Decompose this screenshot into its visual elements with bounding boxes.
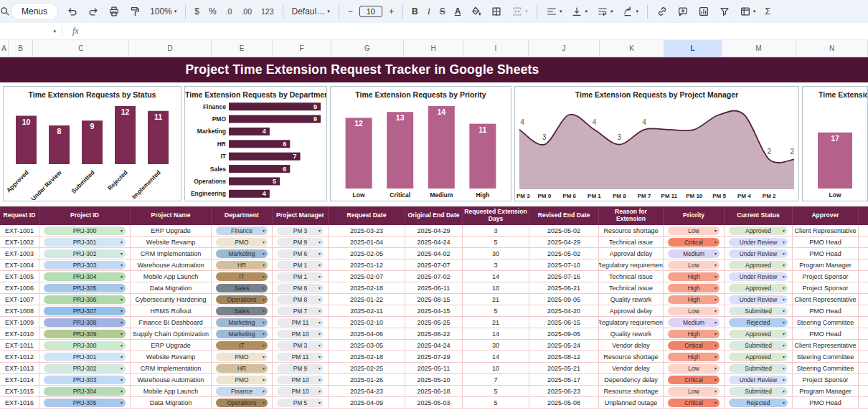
project-manager-pill[interactable]: PM 3▾ — [277, 227, 324, 235]
approver-cell[interactable]: Client Representative — [793, 340, 859, 351]
column-header-K[interactable]: K — [600, 40, 664, 57]
request-date-cell[interactable]: 2025-03-05 — [329, 340, 405, 351]
original-end-date-cell[interactable]: 2025-06-11 — [405, 282, 463, 294]
status-pill[interactable]: Rejected▾ — [729, 399, 788, 407]
project-manager-pill[interactable]: PM 5▾ — [277, 399, 324, 407]
department-pill[interactable]: Sales▾ — [216, 307, 268, 315]
priority-pill[interactable]: High▾ — [668, 272, 720, 281]
reason-cell[interactable]: Dependency delay — [599, 374, 664, 386]
project-manager-pill[interactable]: PM 11▾ — [277, 353, 324, 361]
request-date-cell[interactable]: 2025-03-23 — [329, 225, 405, 237]
extension-days-cell[interactable]: 5 — [463, 386, 529, 397]
undo-button[interactable] — [62, 4, 82, 19]
extension-days-cell[interactable]: 21 — [463, 317, 529, 328]
revised-end-date-cell[interactable]: 2025-07-10 — [529, 259, 599, 271]
status-pill[interactable]: Rejected▾ — [729, 318, 788, 327]
table-header-project-name[interactable]: Project Name — [131, 206, 212, 225]
zoom-select[interactable]: 100%▾ — [146, 5, 181, 18]
chart-by-department[interactable]: Time Extension Requests by DepartmentFin… — [184, 86, 327, 201]
reason-cell[interactable]: Resource shortage — [599, 351, 664, 363]
project-id-pill[interactable]: PRJ-304▾ — [44, 387, 126, 396]
project-manager-pill[interactable]: PM 8▾ — [277, 295, 324, 304]
extension-days-cell[interactable]: 30 — [463, 248, 529, 259]
project-name-cell[interactable]: CRM Implementation — [131, 363, 212, 374]
project-id-pill[interactable]: PRJ-301▾ — [44, 238, 126, 247]
project-id-pill[interactable]: PRJ-302▾ — [44, 249, 126, 258]
empty-cell[interactable] — [859, 237, 868, 248]
approver-cell[interactable]: Program Manager — [793, 259, 859, 271]
priority-pill[interactable]: Low▾ — [668, 387, 720, 396]
request-id-cell[interactable]: EXT-1010 — [0, 328, 39, 340]
extension-days-cell[interactable]: 21 — [463, 294, 529, 305]
reason-cell[interactable]: Regulatory requirement — [599, 259, 664, 271]
priority-pill[interactable]: High▾ — [668, 295, 720, 304]
horizontal-align-button[interactable]: ▾ — [542, 4, 567, 19]
request-id-cell[interactable]: EXT-1016 — [0, 397, 39, 409]
currency-format-button[interactable]: $ — [190, 5, 204, 18]
chart-by-priority[interactable]: Time Extension Requests by Priority12Low… — [330, 86, 511, 201]
font-size-input[interactable]: 10 — [359, 6, 382, 17]
department-pill[interactable]: Finance▾ — [216, 387, 268, 396]
project-id-pill[interactable]: PRJ-301▾ — [44, 353, 126, 361]
request-date-cell[interactable]: 2025-01-22 — [329, 294, 405, 305]
original-end-date-cell[interactable]: 2025-07-07 — [405, 259, 463, 271]
project-name-cell[interactable]: Supply Chain Optimization — [131, 328, 212, 340]
original-end-date-cell[interactable]: 2025-06-18 — [405, 386, 463, 397]
approver-cell[interactable]: Project Sponsor — [793, 374, 859, 386]
empty-cell[interactable] — [859, 282, 868, 294]
original-end-date-cell[interactable]: 2025-04-15 — [405, 305, 463, 317]
request-id-cell[interactable]: EXT-1001 — [0, 225, 39, 237]
filter-button[interactable] — [714, 4, 735, 19]
column-header-G[interactable]: G — [331, 40, 404, 57]
request-id-cell[interactable]: EXT-1014 — [0, 374, 39, 386]
priority-pill[interactable]: High▾ — [668, 353, 720, 361]
reason-cell[interactable]: Vendor delay — [599, 340, 664, 351]
revised-end-date-cell[interactable]: 2025-09-05 — [529, 328, 599, 340]
status-pill[interactable]: Approved▾ — [729, 330, 788, 338]
approver-cell[interactable]: PMO Head — [793, 328, 859, 340]
approver-cell[interactable]: PMO Head — [793, 248, 859, 259]
reason-cell[interactable]: Regulatory requirement — [599, 317, 664, 328]
original-end-date-cell[interactable]: 2025-04-02 — [405, 248, 463, 259]
extension-days-cell[interactable]: 7 — [463, 374, 529, 386]
extension-days-cell[interactable]: 3 — [463, 225, 529, 237]
approver-cell[interactable]: PMO Head — [793, 305, 859, 317]
empty-cell[interactable] — [859, 340, 868, 351]
revised-end-date-cell[interactable]: 2025-08-12 — [529, 351, 599, 363]
extension-days-cell[interactable]: 30 — [463, 340, 529, 351]
project-id-pill[interactable]: PRJ-306▾ — [44, 295, 126, 304]
extension-days-cell[interactable]: 10 — [463, 363, 529, 374]
department-pill[interactable]: Marketing▾ — [216, 318, 268, 327]
print-button[interactable] — [104, 4, 124, 19]
original-end-date-cell[interactable]: 2025-05-11 — [405, 363, 463, 374]
priority-pill[interactable]: Low▾ — [668, 227, 720, 235]
approver-cell[interactable]: Steering Committee — [793, 317, 859, 328]
project-manager-pill[interactable]: PM 10▾ — [277, 376, 324, 384]
priority-pill[interactable]: Critical▾ — [668, 376, 720, 384]
project-name-cell[interactable]: ERP Upgrade — [131, 225, 212, 237]
request-date-cell[interactable]: 2025-02-07 — [329, 271, 405, 282]
chart-partial[interactable]: Time Extension17Low — [802, 86, 868, 201]
project-id-pill[interactable]: PRJ-309▾ — [44, 330, 126, 338]
name-box[interactable]: ▾ — [0, 23, 62, 39]
project-name-cell[interactable]: Data Migration — [131, 282, 212, 294]
request-date-cell[interactable]: 2025-04-09 — [329, 397, 405, 409]
column-header-M[interactable]: M — [722, 40, 796, 57]
department-pill[interactable]: IT▾ — [216, 341, 268, 350]
revised-end-date-cell[interactable]: 2025-09-05 — [529, 294, 599, 305]
priority-pill[interactable]: Low▾ — [668, 261, 720, 270]
status-pill[interactable]: Submitted▾ — [729, 307, 788, 315]
project-name-cell[interactable]: Mobile App Launch — [131, 271, 212, 282]
empty-cell[interactable] — [859, 294, 868, 305]
chart-by-project-manager[interactable]: Time Extension Requests by Project Manag… — [514, 86, 799, 201]
priority-pill[interactable]: High▾ — [668, 330, 720, 338]
project-name-cell[interactable]: Mobile App Launch — [131, 386, 212, 397]
approver-cell[interactable]: Steering Committee — [793, 351, 859, 363]
revised-end-date-cell[interactable]: 2025-06-23 — [529, 386, 599, 397]
request-id-cell[interactable]: EXT-1005 — [0, 271, 39, 282]
project-manager-pill[interactable]: PM 9▾ — [277, 238, 324, 247]
request-date-cell[interactable]: 2025-01-12 — [329, 259, 405, 271]
original-end-date-cell[interactable]: 2025-07-29 — [405, 351, 463, 363]
original-end-date-cell[interactable]: 2025-05-10 — [405, 374, 463, 386]
table-views-button[interactable]: ▾ — [735, 4, 760, 19]
